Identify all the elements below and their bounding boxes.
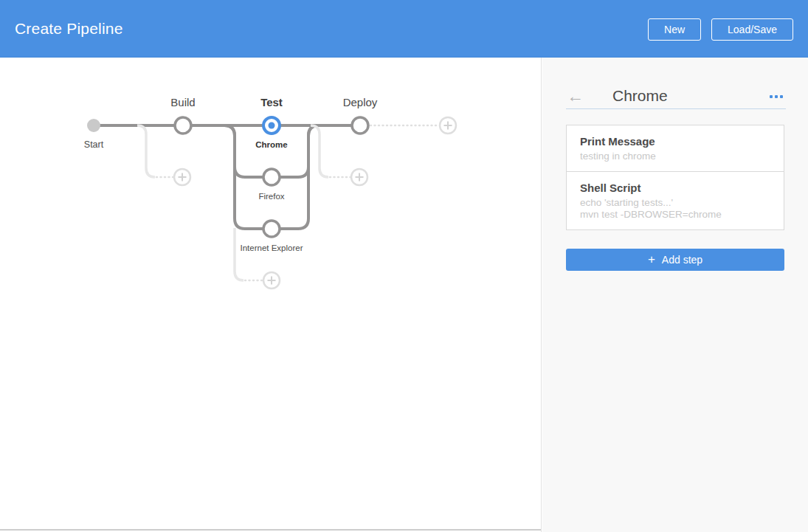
new-button[interactable]: New bbox=[648, 18, 701, 41]
add-branch-build-connector bbox=[137, 125, 155, 177]
load-save-button[interactable]: Load/Save bbox=[711, 18, 793, 41]
add-step-button[interactable]: + Add step bbox=[566, 249, 784, 271]
plus-icon: + bbox=[648, 253, 655, 266]
step-card-shell-script[interactable]: Shell Script echo 'starting tests...' mv… bbox=[566, 171, 784, 230]
branch-label-chrome[interactable]: Chrome bbox=[255, 140, 287, 149]
app-header: Create Pipeline New Load/Save bbox=[0, 0, 808, 58]
pipeline-editor-canvas[interactable]: Start Build Test Deploy Chrome Firefox I… bbox=[0, 58, 542, 532]
steps-list: Print Message testing in chrome Shell Sc… bbox=[566, 125, 784, 230]
stage-label-build[interactable]: Build bbox=[170, 96, 195, 108]
stage-label-test[interactable]: Test bbox=[260, 96, 283, 108]
stage-node-deploy[interactable] bbox=[352, 117, 368, 134]
step-description: testing in chrome bbox=[580, 151, 770, 162]
branch-node-firefox[interactable] bbox=[263, 169, 280, 185]
step-title: Shell Script bbox=[580, 182, 770, 194]
add-step-label: Add step bbox=[662, 254, 702, 266]
panel-header: ← Chrome bbox=[566, 86, 784, 108]
branch-label-internet-explorer[interactable]: Internet Explorer bbox=[240, 243, 303, 252]
panel-divider bbox=[566, 108, 786, 109]
split-connector-firefox bbox=[224, 125, 272, 177]
step-card-print-message[interactable]: Print Message testing in chrome bbox=[566, 125, 784, 172]
step-description-line1: echo 'starting tests...' bbox=[580, 197, 770, 209]
add-branch-test-connector bbox=[235, 228, 244, 280]
stage-detail-panel: ← Chrome Print Message testing in chrome… bbox=[542, 58, 808, 532]
join-connector-firefox bbox=[272, 125, 319, 177]
step-title: Print Message bbox=[580, 135, 770, 148]
more-menu-icon[interactable] bbox=[770, 92, 783, 101]
add-stage-icon[interactable] bbox=[440, 117, 456, 134]
add-branch-deploy-connector bbox=[311, 125, 328, 177]
step-description-line2: mvn test -DBROWSER=chrome bbox=[580, 209, 770, 221]
stage-label-deploy[interactable]: Deploy bbox=[343, 96, 378, 108]
branch-node-chrome-selected[interactable] bbox=[263, 117, 280, 134]
add-parallel-branch-deploy-icon[interactable] bbox=[351, 169, 367, 185]
start-node bbox=[87, 119, 100, 132]
page-title: Create Pipeline bbox=[15, 20, 123, 38]
branch-node-internet-explorer[interactable] bbox=[263, 221, 280, 237]
header-buttons: New Load/Save bbox=[648, 18, 793, 41]
back-arrow-icon[interactable]: ← bbox=[567, 86, 584, 106]
horizontal-scrollbar[interactable] bbox=[0, 529, 541, 531]
add-parallel-branch-test-icon[interactable] bbox=[263, 272, 280, 289]
pipeline-graph bbox=[0, 58, 542, 532]
start-node-label: Start bbox=[84, 139, 103, 150]
branch-label-firefox[interactable]: Firefox bbox=[258, 192, 284, 201]
stage-node-build[interactable] bbox=[175, 117, 191, 134]
panel-title: Chrome bbox=[612, 86, 668, 106]
add-parallel-branch-build-icon[interactable] bbox=[174, 169, 190, 185]
